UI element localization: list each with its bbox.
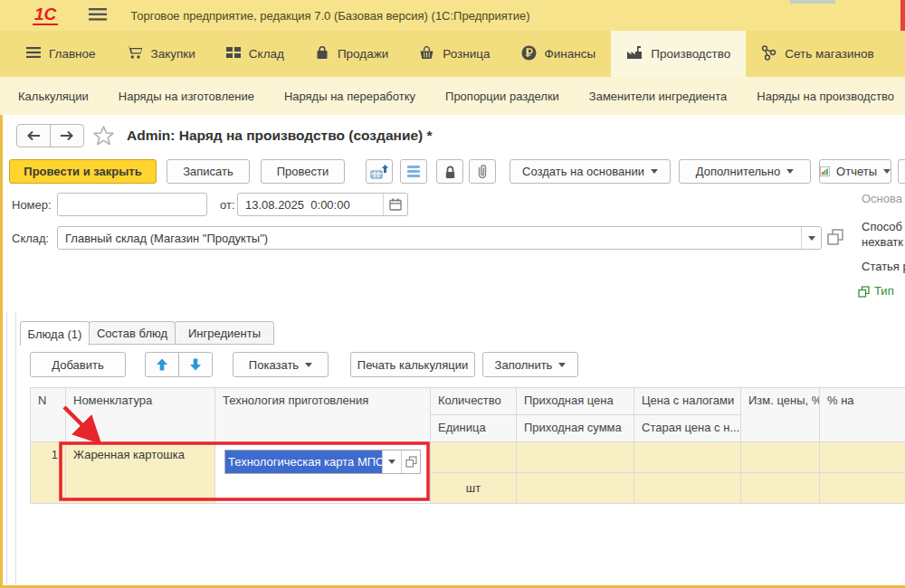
tab-ingredienty[interactable]: Ингредиенты <box>175 321 274 345</box>
menu-label: Финансы <box>545 47 596 61</box>
pct-cell[interactable] <box>820 442 905 473</box>
attachments-icon-button[interactable] <box>469 159 496 184</box>
register-records-icon-button[interactable] <box>400 159 427 184</box>
fill-button[interactable]: Заполнить <box>482 352 578 377</box>
date-input[interactable]: 13.08.2025 0:00:00 <box>237 193 408 216</box>
function-panel: Калькуляции Наряды на изготовление Наряд… <box>0 77 905 115</box>
col-header-quantity: Количество <box>431 388 517 415</box>
lock-icon <box>443 165 457 179</box>
incoming-price-cell[interactable] <box>517 442 634 473</box>
tab-sostav-blyud[interactable]: Состав блюд <box>89 321 176 345</box>
technology-dropdown-button[interactable] <box>382 450 401 473</box>
calendar-button[interactable] <box>383 194 407 215</box>
back-button[interactable] <box>16 124 51 147</box>
pct-cell2[interactable] <box>820 473 905 504</box>
warehouse-open-button[interactable] <box>826 228 844 249</box>
price-change-cell[interactable] <box>741 442 820 473</box>
shortage-method-label-line1: Способ <box>862 220 902 233</box>
type-link[interactable]: Тип <box>874 284 894 298</box>
col-header-pct-clipped: % на <box>820 388 905 442</box>
row-number-cell[interactable]: 1 <box>31 442 66 504</box>
arrow-down-icon <box>189 358 202 371</box>
number-input[interactable] <box>57 193 207 216</box>
bag-icon <box>315 45 329 62</box>
menu-label: Производство <box>651 47 730 61</box>
grid-icon <box>226 46 241 62</box>
menu-item-proizvodstvo[interactable]: Производство <box>611 31 746 77</box>
panel-gutter-line <box>6 312 7 584</box>
menu-label: Продажи <box>338 47 388 61</box>
submenu-item-zameniteli[interactable]: Заменители ингредиента <box>589 90 727 103</box>
menu-label: Главное <box>49 47 96 61</box>
post-document-icon-button[interactable] <box>366 159 393 184</box>
warehouse-dropdown-button[interactable] <box>801 227 821 249</box>
old-price-cell[interactable] <box>634 473 741 504</box>
technology-open-button[interactable] <box>401 450 420 473</box>
price-change-cell2[interactable] <box>741 473 820 504</box>
quantity-cell[interactable] <box>431 442 517 473</box>
technology-cell[interactable]: Технологическая карта МПО <box>215 442 431 504</box>
list-icon <box>406 165 421 179</box>
open-link-icon <box>405 456 417 468</box>
unit-cell[interactable]: шт <box>431 473 517 504</box>
menu-item-sklad[interactable]: Склад <box>211 31 300 77</box>
window-edge-artifact <box>790 0 835 4</box>
price-with-tax-cell[interactable] <box>634 442 741 473</box>
submenu-item-naryady-proizvodstvo[interactable]: Наряды на производство <box>757 90 894 103</box>
warehouse-combo[interactable]: Главный склад (Магазин "Продукты") <box>57 226 822 250</box>
menu-item-glavnoe[interactable]: Главное <box>11 31 111 77</box>
write-button[interactable]: Записать <box>167 159 250 184</box>
submenu-item-kalkulyatsii[interactable]: Калькуляции <box>18 90 89 103</box>
forward-button[interactable] <box>50 124 84 147</box>
button-label: Печать калькуляции <box>357 358 468 372</box>
submenu-item-naryady-izgotovlenie[interactable]: Наряды на изготовление <box>119 90 254 103</box>
menu-label: Розница <box>443 47 490 61</box>
show-button[interactable]: Показать <box>233 352 329 377</box>
menu-item-zakupki[interactable]: Закупки <box>111 31 211 77</box>
move-up-button[interactable] <box>145 352 179 377</box>
post-button[interactable]: Провести <box>261 159 345 184</box>
add-row-button[interactable]: Добавить <box>30 352 126 377</box>
col-header-incoming-price: Приходная цена <box>517 388 634 415</box>
menu-item-finansy[interactable]: Финансы <box>506 31 612 77</box>
main-menu-icon[interactable] <box>89 8 107 24</box>
cart-icon <box>127 45 143 62</box>
tab-label: Состав блюд <box>97 327 167 340</box>
chevron-down-icon <box>305 363 312 367</box>
create-based-on-button[interactable]: Создать на основании <box>510 159 671 184</box>
menu-item-set-magazinov[interactable]: Сеть магазинов <box>746 31 889 77</box>
date-value: 13.08.2025 0:00:00 <box>238 198 357 212</box>
submenu-item-proportsii-razdelki[interactable]: Пропорции разделки <box>445 90 559 103</box>
date-label: от: <box>220 198 235 212</box>
menu-label: Сеть магазинов <box>785 47 873 61</box>
chevron-down-icon <box>883 169 891 174</box>
chevron-down-icon <box>558 363 566 367</box>
clipped-toolbar-button[interactable] <box>898 159 905 184</box>
menu-item-prodazhi[interactable]: Продажи <box>300 31 404 77</box>
tab-label: Ингредиенты <box>188 327 261 340</box>
print-calculation-button[interactable]: Печать калькуляции <box>350 352 475 377</box>
col-header-nomenclature: Номенклатура <box>66 388 215 442</box>
incoming-sum-cell[interactable] <box>517 473 634 504</box>
nomenclature-cell[interactable]: Жаренная картошка <box>66 442 215 504</box>
warehouse-value: Главный склад (Магазин "Продукты") <box>58 232 275 245</box>
submenu-item-naryady-pererabotku[interactable]: Наряды на переработку <box>284 90 415 103</box>
tab-blyuda[interactable]: Блюда (1) <box>20 321 90 346</box>
button-label: Создать на основании <box>522 165 644 178</box>
technology-edit-combo[interactable]: Технологическая карта МПО <box>224 450 421 474</box>
col-header-incoming-sum: Приходная сумма <box>517 415 634 442</box>
expense-item-label: Статья р <box>862 260 905 273</box>
favorite-star-icon[interactable] <box>92 125 115 149</box>
warehouse-label: Склад: <box>12 232 49 245</box>
number-label: Номер: <box>12 198 52 212</box>
move-down-button[interactable] <box>178 352 213 377</box>
menu-item-roznitsa[interactable]: Розница <box>404 31 505 77</box>
button-label: Провести <box>277 165 329 178</box>
lock-icon-button[interactable] <box>436 159 463 184</box>
col-header-price-with-tax: Цена с налогами <box>634 388 741 415</box>
col-header-unit: Единица <box>431 415 517 442</box>
reports-button[interactable]: Отчеты <box>819 159 891 184</box>
more-actions-button[interactable]: Дополнительно <box>679 159 811 184</box>
app-window: 1С Торговое предприятие, редакция 7.0 (Б… <box>0 0 905 588</box>
post-and-close-button[interactable]: Провести и закрыть <box>9 159 157 184</box>
